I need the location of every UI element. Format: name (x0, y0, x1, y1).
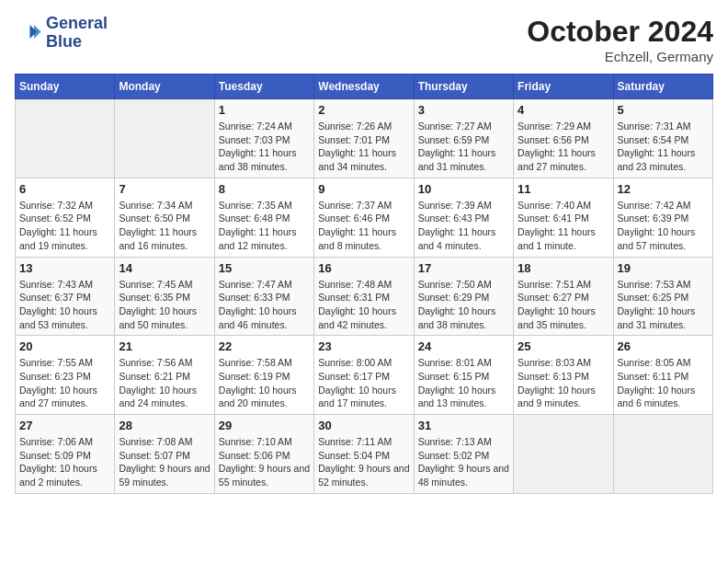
day-detail: Sunrise: 7:13 AM Sunset: 5:02 PM Dayligh… (418, 435, 509, 489)
day-detail: Sunrise: 7:50 AM Sunset: 6:29 PM Dayligh… (418, 278, 509, 332)
day-detail: Sunrise: 7:27 AM Sunset: 6:59 PM Dayligh… (418, 120, 509, 174)
day-number: 22 (219, 339, 310, 353)
calendar-cell: 4Sunrise: 7:29 AM Sunset: 6:56 PM Daylig… (514, 99, 613, 178)
day-number: 2 (318, 103, 409, 117)
calendar-cell: 20Sunrise: 7:55 AM Sunset: 6:23 PM Dayli… (16, 336, 115, 415)
day-detail: Sunrise: 7:32 AM Sunset: 6:52 PM Dayligh… (19, 199, 110, 253)
calendar-cell: 16Sunrise: 7:48 AM Sunset: 6:31 PM Dayli… (314, 257, 414, 336)
day-detail: Sunrise: 8:05 AM Sunset: 6:11 PM Dayligh… (618, 356, 709, 410)
calendar-cell: 26Sunrise: 8:05 AM Sunset: 6:11 PM Dayli… (613, 336, 712, 415)
logo-line1: General (46, 15, 108, 33)
day-number: 23 (318, 339, 409, 353)
day-detail: Sunrise: 7:29 AM Sunset: 6:56 PM Dayligh… (518, 120, 609, 174)
day-detail: Sunrise: 7:53 AM Sunset: 6:25 PM Dayligh… (618, 278, 709, 332)
day-detail: Sunrise: 7:51 AM Sunset: 6:27 PM Dayligh… (518, 278, 609, 332)
day-number: 12 (618, 182, 709, 196)
day-number: 20 (19, 339, 110, 353)
weekday-header-cell: Friday (514, 75, 613, 99)
calendar-cell: 23Sunrise: 8:00 AM Sunset: 6:17 PM Dayli… (314, 336, 414, 415)
logo-text: General Blue (46, 15, 108, 52)
calendar-row: 27Sunrise: 7:06 AM Sunset: 5:09 PM Dayli… (16, 415, 713, 494)
calendar-cell: 29Sunrise: 7:10 AM Sunset: 5:06 PM Dayli… (214, 415, 313, 494)
day-number: 10 (418, 182, 509, 196)
day-detail: Sunrise: 7:55 AM Sunset: 6:23 PM Dayligh… (19, 356, 110, 410)
day-number: 13 (19, 261, 110, 275)
day-detail: Sunrise: 8:03 AM Sunset: 6:13 PM Dayligh… (518, 356, 609, 410)
day-number: 25 (518, 339, 609, 353)
day-detail: Sunrise: 8:00 AM Sunset: 6:17 PM Dayligh… (318, 356, 409, 410)
title-area: October 2024 Echzell, Germany (527, 15, 713, 64)
calendar-cell: 3Sunrise: 7:27 AM Sunset: 6:59 PM Daylig… (414, 99, 513, 178)
weekday-header-cell: Saturday (613, 75, 712, 99)
day-number: 31 (418, 419, 509, 432)
day-detail: Sunrise: 7:10 AM Sunset: 5:06 PM Dayligh… (219, 435, 310, 489)
calendar-cell: 7Sunrise: 7:34 AM Sunset: 6:50 PM Daylig… (115, 178, 214, 257)
calendar-row: 6Sunrise: 7:32 AM Sunset: 6:52 PM Daylig… (16, 178, 713, 257)
day-number: 19 (618, 261, 709, 275)
day-number: 16 (318, 261, 409, 275)
calendar-cell: 10Sunrise: 7:39 AM Sunset: 6:43 PM Dayli… (414, 178, 513, 257)
calendar-cell: 28Sunrise: 7:08 AM Sunset: 5:07 PM Dayli… (115, 415, 214, 494)
calendar-table: SundayMondayTuesdayWednesdayThursdayFrid… (15, 74, 713, 494)
day-number: 14 (119, 261, 210, 275)
calendar-cell: 13Sunrise: 7:43 AM Sunset: 6:37 PM Dayli… (16, 257, 115, 336)
calendar-cell: 2Sunrise: 7:26 AM Sunset: 7:01 PM Daylig… (314, 99, 414, 178)
day-number: 24 (418, 339, 509, 353)
calendar-row: 13Sunrise: 7:43 AM Sunset: 6:37 PM Dayli… (16, 257, 713, 336)
calendar-cell: 27Sunrise: 7:06 AM Sunset: 5:09 PM Dayli… (16, 415, 115, 494)
day-detail: Sunrise: 7:35 AM Sunset: 6:48 PM Dayligh… (219, 199, 310, 253)
calendar-cell: 31Sunrise: 7:13 AM Sunset: 5:02 PM Dayli… (414, 415, 513, 494)
day-detail: Sunrise: 7:42 AM Sunset: 6:39 PM Dayligh… (618, 199, 709, 253)
calendar-cell: 22Sunrise: 7:58 AM Sunset: 6:19 PM Dayli… (214, 336, 313, 415)
day-number: 8 (219, 182, 310, 196)
calendar-cell (115, 99, 214, 178)
calendar-cell: 1Sunrise: 7:24 AM Sunset: 7:03 PM Daylig… (214, 99, 313, 178)
day-detail: Sunrise: 7:45 AM Sunset: 6:35 PM Dayligh… (119, 278, 210, 332)
day-detail: Sunrise: 7:24 AM Sunset: 7:03 PM Dayligh… (219, 120, 310, 174)
calendar-cell: 14Sunrise: 7:45 AM Sunset: 6:35 PM Dayli… (115, 257, 214, 336)
location: Echzell, Germany (527, 49, 713, 64)
calendar-cell: 15Sunrise: 7:47 AM Sunset: 6:33 PM Dayli… (214, 257, 313, 336)
day-detail: Sunrise: 7:31 AM Sunset: 6:54 PM Dayligh… (618, 120, 709, 174)
day-number: 26 (618, 339, 709, 353)
day-detail: Sunrise: 7:40 AM Sunset: 6:41 PM Dayligh… (518, 199, 609, 253)
day-number: 11 (518, 182, 609, 196)
calendar-cell: 5Sunrise: 7:31 AM Sunset: 6:54 PM Daylig… (613, 99, 712, 178)
day-detail: Sunrise: 7:39 AM Sunset: 6:43 PM Dayligh… (418, 199, 509, 253)
calendar-cell: 9Sunrise: 7:37 AM Sunset: 6:46 PM Daylig… (314, 178, 414, 257)
weekday-header-cell: Wednesday (314, 75, 414, 99)
weekday-header-cell: Tuesday (214, 75, 313, 99)
calendar-row: 20Sunrise: 7:55 AM Sunset: 6:23 PM Dayli… (16, 336, 713, 415)
day-detail: Sunrise: 7:48 AM Sunset: 6:31 PM Dayligh… (318, 278, 409, 332)
weekday-header-cell: Sunday (16, 75, 115, 99)
day-number: 4 (518, 103, 609, 117)
day-number: 7 (119, 182, 210, 196)
day-number: 15 (219, 261, 310, 275)
day-detail: Sunrise: 7:58 AM Sunset: 6:19 PM Dayligh… (219, 356, 310, 410)
calendar-body: 1Sunrise: 7:24 AM Sunset: 7:03 PM Daylig… (16, 99, 713, 494)
calendar-cell: 19Sunrise: 7:53 AM Sunset: 6:25 PM Dayli… (613, 257, 712, 336)
calendar-cell: 17Sunrise: 7:50 AM Sunset: 6:29 PM Dayli… (414, 257, 513, 336)
calendar-cell (613, 415, 712, 494)
day-number: 5 (618, 103, 709, 117)
day-number: 9 (318, 182, 409, 196)
day-number: 28 (119, 419, 210, 432)
day-detail: Sunrise: 7:08 AM Sunset: 5:07 PM Dayligh… (119, 435, 210, 489)
weekday-header-cell: Monday (115, 75, 214, 99)
day-detail: Sunrise: 7:56 AM Sunset: 6:21 PM Dayligh… (119, 356, 210, 410)
header: General Blue October 2024 Echzell, Germa… (15, 15, 713, 64)
weekday-header-cell: Thursday (414, 75, 513, 99)
day-number: 17 (418, 261, 509, 275)
day-detail: Sunrise: 7:37 AM Sunset: 6:46 PM Dayligh… (318, 199, 409, 253)
calendar-cell: 30Sunrise: 7:11 AM Sunset: 5:04 PM Dayli… (314, 415, 414, 494)
weekday-header-row: SundayMondayTuesdayWednesdayThursdayFrid… (16, 75, 713, 99)
calendar-cell (16, 99, 115, 178)
calendar-cell (514, 415, 613, 494)
logo-line2: Blue (46, 33, 108, 52)
day-detail: Sunrise: 7:11 AM Sunset: 5:04 PM Dayligh… (318, 435, 409, 489)
day-number: 27 (19, 419, 110, 432)
day-number: 6 (19, 182, 110, 196)
calendar-cell: 11Sunrise: 7:40 AM Sunset: 6:41 PM Dayli… (514, 178, 613, 257)
logo-icon (15, 19, 42, 47)
day-number: 21 (119, 339, 210, 353)
